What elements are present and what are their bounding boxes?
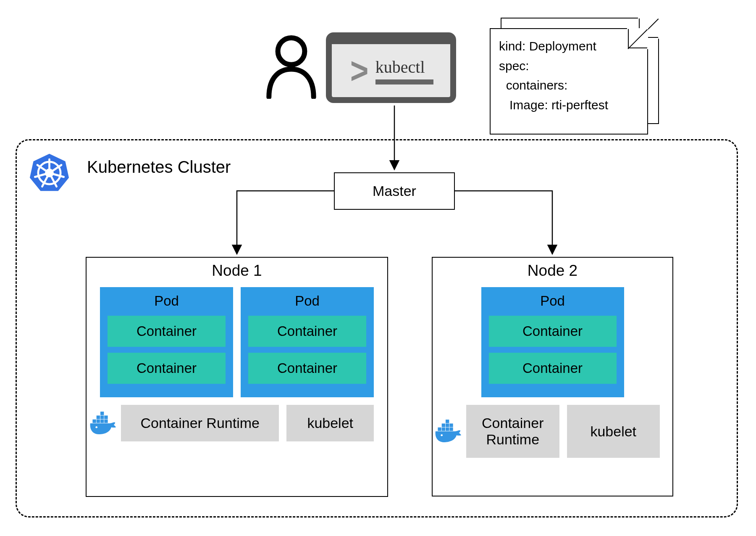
container-runtime-box: Container Runtime bbox=[121, 405, 279, 441]
pod-label: Pod bbox=[481, 287, 624, 316]
node-1-pod-1: Pod Container Container bbox=[100, 287, 233, 397]
container-box: Container bbox=[108, 316, 226, 347]
master-label: Master bbox=[373, 183, 416, 199]
container-box: Container bbox=[489, 353, 617, 384]
svg-point-29 bbox=[441, 434, 443, 436]
node-1: Node 1 Pod Container Container Pod Conta… bbox=[86, 257, 388, 497]
svg-rect-21 bbox=[438, 428, 441, 431]
node-2-pod-1: Pod Container Container bbox=[481, 287, 624, 397]
node-2: Node 2 Pod Container Container Container… bbox=[432, 257, 673, 496]
terminal-window: > kubectl bbox=[326, 32, 456, 103]
diagram-canvas: > kubectl kind: Deployment spec: contain… bbox=[0, 0, 756, 536]
container-box: Container bbox=[489, 316, 617, 347]
container-runtime-box: Container Runtime bbox=[466, 405, 559, 458]
user-icon bbox=[263, 34, 319, 99]
kubelet-box: kubelet bbox=[567, 405, 660, 458]
svg-rect-13 bbox=[97, 419, 100, 422]
yaml-document-front: kind: Deployment spec: containers: Image… bbox=[490, 28, 648, 135]
svg-rect-28 bbox=[446, 420, 449, 423]
svg-rect-23 bbox=[446, 428, 449, 431]
kubernetes-logo-icon bbox=[29, 152, 69, 192]
svg-rect-19 bbox=[100, 412, 104, 415]
svg-rect-26 bbox=[446, 424, 449, 427]
pod-label: Pod bbox=[241, 287, 374, 316]
kubelet-box: kubelet bbox=[286, 405, 374, 441]
svg-rect-15 bbox=[104, 419, 108, 422]
container-box: Container bbox=[248, 316, 366, 347]
kubectl-command: kubectl bbox=[375, 57, 433, 84]
node-1-title: Node 1 bbox=[87, 262, 387, 280]
yaml-line4: Image: rti-perftest bbox=[499, 98, 608, 112]
container-box: Container bbox=[248, 353, 366, 384]
svg-rect-16 bbox=[97, 415, 100, 419]
node-2-title: Node 2 bbox=[433, 262, 672, 280]
cluster-title: Kubernetes Cluster bbox=[87, 158, 231, 177]
svg-rect-14 bbox=[100, 419, 104, 422]
svg-rect-17 bbox=[100, 415, 104, 419]
master-node: Master bbox=[334, 172, 455, 210]
container-box: Container bbox=[108, 353, 226, 384]
svg-rect-12 bbox=[92, 419, 96, 422]
svg-rect-25 bbox=[442, 424, 445, 427]
docker-icon bbox=[89, 411, 117, 436]
svg-point-0 bbox=[278, 38, 305, 65]
yaml-line1: kind: Deployment bbox=[499, 39, 596, 53]
docker-icon bbox=[435, 419, 462, 444]
svg-rect-27 bbox=[449, 424, 453, 427]
pod-label: Pod bbox=[100, 287, 233, 316]
yaml-line2: spec: bbox=[499, 59, 529, 73]
yaml-line3: containers: bbox=[499, 78, 567, 92]
svg-rect-24 bbox=[449, 428, 453, 431]
node-1-pod-2: Pod Container Container bbox=[241, 287, 374, 397]
svg-rect-18 bbox=[104, 415, 108, 419]
svg-point-20 bbox=[95, 426, 97, 428]
svg-rect-22 bbox=[442, 428, 445, 431]
